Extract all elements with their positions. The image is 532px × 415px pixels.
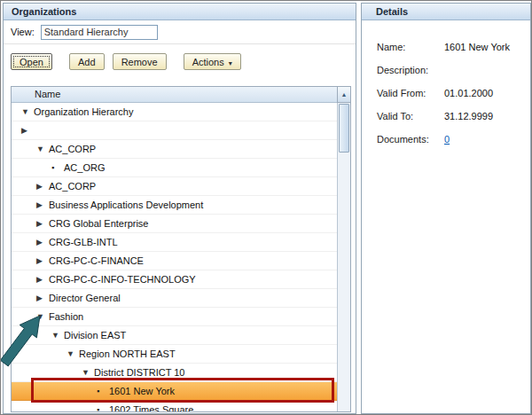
tree-row[interactable]: ▶ CRG Global Enterprise [12, 215, 337, 233]
view-row: View: [4, 20, 356, 44]
details-field: Valid To: 31.12.9999 [377, 111, 530, 134]
tree-row[interactable]: ▼ District DISTRICT 10 [12, 364, 337, 382]
tree-row[interactable]: ▶ CRG-GLB-INTL [12, 233, 337, 252]
actions-button-label: Actions [192, 57, 224, 67]
name-column-header[interactable]: Name [12, 87, 350, 102]
details-field-value: 31.12.9999 [444, 111, 493, 121]
tree-row-label: CRG-GLB-INTL [49, 237, 118, 247]
tree-row[interactable]: ▪ 1602 Times Square [12, 401, 337, 411]
documents-link[interactable]: 0 [444, 134, 450, 145]
organizations-header: Organizations [4, 4, 356, 20]
tree-row-label: AC_ORG [64, 162, 105, 173]
tree-row[interactable]: ▼ AC_CORP [12, 140, 337, 159]
details-field-label: Documents: [377, 134, 444, 145]
tree-row-label: CRG Global Enterprise [49, 218, 149, 229]
expand-expander-icon[interactable]: ▶ [36, 201, 45, 209]
expand-expander-icon[interactable]: ▶ [36, 257, 45, 265]
tree-row[interactable]: ▼ Organization Hierarchy [12, 103, 337, 121]
scrollbar-thumb[interactable] [339, 104, 349, 153]
expand-expander-icon[interactable]: ▶ [36, 183, 45, 191]
view-input[interactable] [41, 25, 158, 40]
tree-row[interactable]: ▼ Division EAST [12, 326, 337, 345]
details-field-label: Valid From: [377, 88, 444, 98]
details-field-label: Name: [377, 42, 444, 52]
expand-expander-icon[interactable]: ▶ [36, 239, 45, 247]
tree-row[interactable]: ▶ Business Applications Development [12, 196, 337, 215]
expand-expander-icon[interactable]: ▶ [36, 220, 45, 228]
tree-row-label: Business Applications Development [49, 200, 203, 210]
scroll-up-button[interactable]: ▲ [337, 87, 350, 103]
tree-row-label: AC_CORP [49, 181, 96, 192]
vertical-scrollbar[interactable] [337, 103, 350, 411]
tree-row[interactable]: ▶ CRG-PC-C-FINANCE [12, 252, 337, 270]
details-title: Details [376, 6, 408, 17]
tree-row[interactable]: ▶ AC_CORP [12, 177, 337, 196]
tree-row-label: Organization Hierarchy [34, 106, 134, 117]
details-field: Description: [377, 65, 530, 88]
details-field: Valid From: 01.01.2000 [377, 88, 530, 111]
organizations-panel: Organizations View: Open Add Remove Acti… [3, 3, 356, 414]
tree-row-label: Director General [49, 293, 121, 303]
details-panel: Details Name: 1601 New York Description:… [361, 3, 531, 414]
tree-row-label: AC_CORP [49, 144, 96, 154]
tree-header: Name ▲ [12, 87, 350, 103]
leaf-icon: ▪ [97, 406, 106, 412]
actions-button[interactable]: Actions▾ [184, 53, 241, 70]
tree-row-label: CRG-PC-C-INFO-TECHNOLOGY [49, 274, 196, 285]
organizations-title: Organizations [12, 6, 76, 17]
collapse-expander-icon[interactable]: ▼ [66, 350, 75, 358]
tree-row-label: 1602 Times Square [109, 404, 193, 411]
tree-row[interactable]: ▶ Director General [12, 289, 337, 308]
collapse-expander-icon[interactable]: ▼ [82, 369, 90, 377]
tree-row-label: District DISTRICT 10 [94, 367, 184, 378]
details-fields: Name: 1601 New York Description: Valid F… [362, 20, 530, 157]
collapse-expander-icon[interactable]: ▼ [21, 108, 30, 116]
details-field-value: 1601 New York [444, 42, 510, 52]
details-field-label: Description: [377, 65, 444, 75]
leaf-icon: ▪ [51, 164, 60, 172]
tree-row-label: Region NORTH EAST [79, 348, 176, 359]
details-field: Name: 1601 New York [377, 42, 530, 65]
details-field-label: Valid To: [377, 111, 444, 121]
open-button[interactable]: Open [11, 53, 52, 70]
expand-expander-icon[interactable]: ▶ [36, 294, 45, 302]
collapse-expander-icon[interactable]: ▼ [51, 332, 60, 340]
dropdown-caret-icon: ▾ [229, 59, 232, 67]
tree-row-label: Fashion [49, 311, 83, 322]
collapse-expander-icon[interactable]: ▼ [36, 145, 45, 153]
toolbar: Open Add Remove Actions▾ [4, 44, 356, 78]
tree-row-label: 1601 New York [109, 386, 175, 396]
expand-expander-icon[interactable]: ▶ [36, 276, 45, 284]
view-label: View: [11, 27, 35, 37]
details-field: Documents: 0 [377, 134, 530, 157]
tree-row[interactable]: ▼ Fashion [12, 308, 337, 326]
tree-body: ▼ Organization Hierarchy ▶ ▼ AC_CORP ▪ A… [12, 103, 337, 411]
details-field-value: 01.01.2000 [444, 88, 493, 98]
org-tree-table: Name ▲ ▼ Organization Hierarchy ▶ ▼ AC_C… [11, 86, 351, 412]
tree-row[interactable]: ▼ Region NORTH EAST [12, 345, 337, 364]
tree-row[interactable]: ▪ AC_ORG [12, 159, 337, 177]
details-header: Details [362, 4, 530, 20]
add-button[interactable]: Add [69, 53, 105, 70]
collapse-expander-icon[interactable]: ▼ [36, 313, 45, 321]
expand-expander-icon[interactable]: ▶ [21, 127, 30, 135]
tree-row[interactable]: ▶ CRG-PC-C-INFO-TECHNOLOGY [12, 270, 337, 289]
tree-row-label: Division EAST [64, 330, 126, 341]
tree-row[interactable]: ▶ [12, 121, 337, 140]
remove-button[interactable]: Remove [113, 53, 167, 70]
tree-row[interactable]: ▪ 1601 New York [12, 382, 337, 401]
leaf-icon: ▪ [97, 388, 106, 395]
tree-row-label: CRG-PC-C-FINANCE [49, 255, 144, 266]
page: Organizations View: Open Add Remove Acti… [0, 0, 532, 415]
